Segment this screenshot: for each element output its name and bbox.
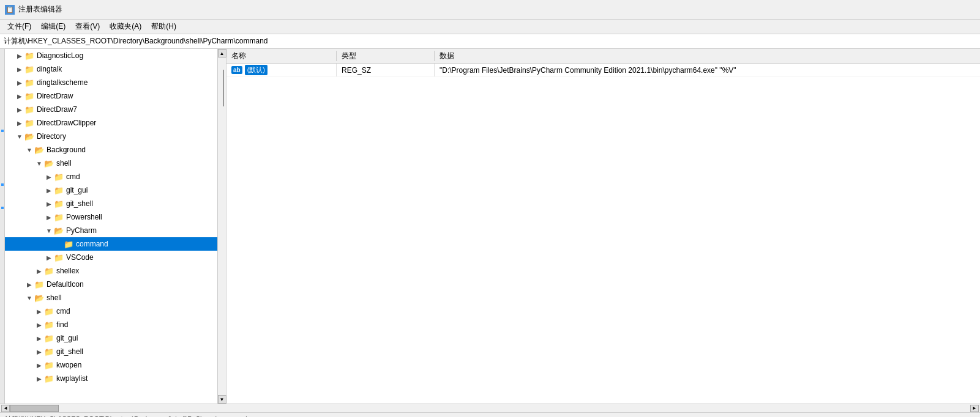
- expander-icon[interactable]: ▶: [34, 266, 44, 276]
- folder-icon: 📁: [44, 347, 54, 356]
- expander-icon[interactable]: ▼: [44, 226, 54, 235]
- expander-icon[interactable]: ▶: [34, 320, 44, 330]
- tree-label: kwplaylist: [56, 374, 88, 383]
- tree-item-defaulticon[interactable]: ▶ 📁 DefaultIcon: [5, 278, 217, 291]
- tree-label: shell: [56, 159, 72, 168]
- tree-label: Directory: [37, 132, 66, 141]
- tree-item-git-gui2[interactable]: ▶ 📁 git_gui: [5, 331, 217, 345]
- tree-label: DirectDrawClipper: [37, 119, 96, 127]
- scroll-down-button[interactable]: ▼: [218, 395, 226, 404]
- folder-icon: 📁: [24, 65, 34, 73]
- expander-icon[interactable]: ▼: [24, 145, 34, 155]
- address-bar: 计算机\HKEY_CLASSES_ROOT\Directory\Backgrou…: [0, 34, 980, 49]
- expander-icon[interactable]: ▼: [34, 158, 44, 168]
- expander-icon[interactable]: ▶: [44, 253, 54, 262]
- scroll-left-button[interactable]: ◄: [1, 405, 10, 412]
- tree-item-git-shell[interactable]: ▶ 📁 git_shell: [5, 197, 217, 210]
- tree-label: DirectDraw7: [37, 105, 77, 114]
- expander-icon[interactable]: ▶: [34, 360, 44, 370]
- tree-item-shellex[interactable]: ▶ 📁 shellex: [5, 264, 217, 278]
- expander-icon[interactable]: ▶: [34, 347, 44, 356]
- tree-item-powershell[interactable]: ▶ 📁 Powershell: [5, 210, 217, 224]
- menu-view[interactable]: 查看(V): [70, 20, 105, 33]
- tree-label: DiagnosticLog: [37, 51, 83, 60]
- tree-item-directdraw7[interactable]: ▶ 📁 DirectDraw7: [5, 103, 217, 116]
- folder-icon: 📁: [54, 199, 64, 208]
- folder-icon: 📁: [24, 105, 34, 114]
- tree-item-diagnosticlog[interactable]: ▶ 📁 DiagnosticLog: [5, 49, 217, 62]
- expander-icon[interactable]: ▶: [15, 51, 24, 61]
- tree-label: kwopen: [56, 361, 81, 369]
- expander-icon[interactable]: ▶: [34, 374, 44, 383]
- tree-item-shell-bg[interactable]: ▼ 📂 shell: [5, 157, 217, 170]
- expander-icon[interactable]: ▶: [44, 212, 54, 222]
- tree-label: Powershell: [66, 213, 102, 221]
- expander-icon[interactable]: ▶: [15, 64, 24, 74]
- expander-icon[interactable]: ▶: [44, 172, 54, 182]
- expander-icon[interactable]: ▶: [15, 78, 24, 87]
- tree-label: cmd: [66, 172, 80, 181]
- col-header-data: 数据: [435, 51, 980, 61]
- folder-icon: 📁: [24, 119, 34, 127]
- tree-item-dingtalk[interactable]: ▶ 📁 dingtalk: [5, 62, 217, 76]
- tree-item-kwplaylist[interactable]: ▶ 📁 kwplaylist: [5, 372, 217, 385]
- expander-icon[interactable]: ▶: [24, 279, 34, 289]
- tree-label: DirectDraw: [37, 92, 73, 100]
- tree-item-pycharm[interactable]: ▼ 📂 PyCharm: [5, 224, 217, 237]
- folder-icon: 📁: [44, 320, 54, 329]
- scroll-thumb[interactable]: [223, 70, 224, 106]
- title-bar: 📋 注册表编辑器: [0, 0, 980, 20]
- tree-item-background[interactable]: ▼ 📂 Background: [5, 143, 217, 157]
- tree-label: find: [56, 320, 68, 329]
- scroll-right-button[interactable]: ►: [970, 405, 979, 412]
- folder-icon: 📁: [44, 361, 54, 369]
- status-bar: 计算机\HKEY_CLASSES_ROOT\Directory\Backgrou…: [0, 412, 980, 417]
- app-icon: 📋: [5, 5, 15, 15]
- tree-item-cmd2[interactable]: ▶ 📁 cmd: [5, 304, 217, 318]
- status-text: 计算机\HKEY_CLASSES_ROOT\Directory\Backgrou…: [5, 415, 247, 417]
- table-body: ab (默认) REG_SZ "D:\Program Files\JetBrai…: [226, 64, 980, 404]
- expander-icon[interactable]: ▶: [44, 185, 54, 195]
- tree-item-git-gui[interactable]: ▶ 📁 git_gui: [5, 183, 217, 197]
- tree-label: git_shell: [66, 199, 93, 208]
- value-type: REG_SZ: [342, 66, 371, 75]
- menu-bar: 文件(F) 编辑(E) 查看(V) 收藏夹(A) 帮助(H): [0, 20, 980, 34]
- tree-item-git-shell2[interactable]: ▶ 📁 git_shell: [5, 345, 217, 358]
- tree-item-vscode[interactable]: ▶ 📁 VSCode: [5, 251, 217, 264]
- tree-item-shell-dir[interactable]: ▼ 📂 shell: [5, 291, 217, 304]
- expander-icon[interactable]: ▶: [15, 105, 24, 114]
- tree-label: DefaultIcon: [47, 280, 84, 289]
- menu-help[interactable]: 帮助(H): [146, 20, 181, 33]
- main-content: ▶ 📁 DiagnosticLog ▶ 📁 dingtalk ▶ 📁 dingt…: [0, 49, 980, 404]
- tree-item-dingtalkscheme[interactable]: ▶ 📁 dingtalkscheme: [5, 76, 217, 89]
- tree-label: VSCode: [66, 253, 94, 262]
- expander-icon[interactable]: ▶: [34, 306, 44, 316]
- tree-label: Background: [47, 146, 86, 154]
- folder-icon: 📁: [54, 172, 64, 181]
- menu-edit[interactable]: 编辑(E): [36, 20, 70, 33]
- h-scroll-thumb[interactable]: [10, 405, 59, 412]
- tree-item-kwopen[interactable]: ▶ 📁 kwopen: [5, 358, 217, 372]
- tree-item-directdrawclipper[interactable]: ▶ 📁 DirectDrawClipper: [5, 116, 217, 130]
- folder-icon: 📁: [54, 186, 64, 194]
- menu-file[interactable]: 文件(F): [2, 20, 36, 33]
- expander-icon[interactable]: ▶: [44, 199, 54, 208]
- menu-favorites[interactable]: 收藏夹(A): [105, 20, 146, 33]
- tree-item-cmd[interactable]: ▶ 📁 cmd: [5, 170, 217, 183]
- expander-icon[interactable]: ▶: [34, 333, 44, 343]
- tree-item-directdraw[interactable]: ▶ 📁 DirectDraw: [5, 89, 217, 103]
- table-row[interactable]: ab (默认) REG_SZ "D:\Program Files\JetBrai…: [226, 64, 980, 77]
- tree-item-command[interactable]: ▶ 📁 command: [5, 237, 217, 251]
- tree-item-find[interactable]: ▶ 📁 find: [5, 318, 217, 331]
- folder-icon: 📁: [64, 240, 73, 248]
- expander-icon[interactable]: ▶: [15, 118, 24, 128]
- scroll-up-button[interactable]: ▲: [218, 49, 226, 57]
- expander-icon[interactable]: ▼: [24, 293, 34, 303]
- tree-item-directory[interactable]: ▼ 📂 Directory: [5, 130, 217, 143]
- col-header-name: 名称: [226, 51, 337, 61]
- expander-icon[interactable]: ▼: [15, 131, 24, 141]
- folder-icon: 📁: [54, 213, 64, 221]
- folder-icon: 📁: [24, 92, 34, 100]
- registry-tree[interactable]: ▶ 📁 DiagnosticLog ▶ 📁 dingtalk ▶ 📁 dingt…: [5, 49, 218, 404]
- expander-icon[interactable]: ▶: [15, 91, 24, 101]
